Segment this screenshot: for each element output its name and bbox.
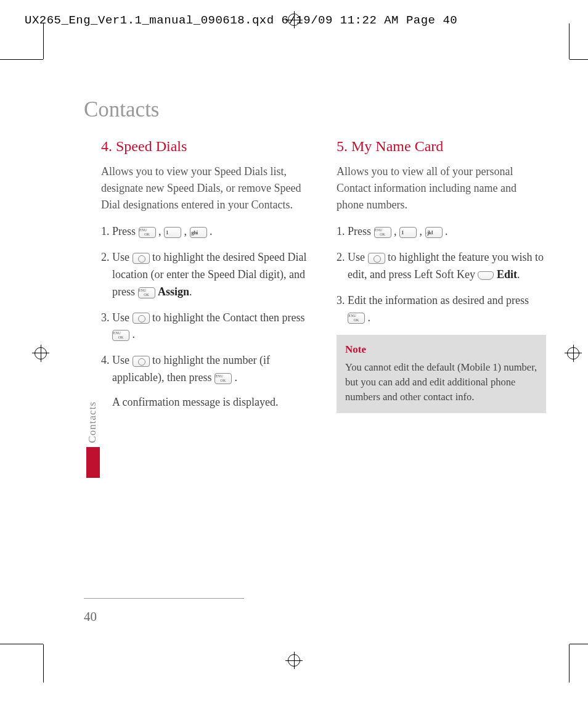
crop-mark xyxy=(43,644,44,683)
section-tab-label: Contacts xyxy=(86,401,99,443)
intro-text: Allows you to view all of your personal … xyxy=(337,163,546,213)
registration-mark-icon xyxy=(285,652,303,669)
step-3: 3. Edit the information as desired and p… xyxy=(337,292,546,327)
section-tab-bar xyxy=(86,447,100,478)
note-body: You cannot edit the default (Mobile 1) n… xyxy=(345,360,537,404)
print-header: UX265_Eng_Ver1.1_manual_090618.qxd 6/19/… xyxy=(25,14,457,27)
step-2: 2. Use to highlight the desired Speed Di… xyxy=(101,249,311,301)
page-title: Contacts xyxy=(84,97,159,122)
step-1: 1. Press , 1 , 5 jkl . xyxy=(337,223,546,240)
note-box: Note You cannot edit the default (Mobile… xyxy=(337,335,546,413)
crop-mark xyxy=(569,644,570,683)
crop-mark xyxy=(570,644,588,644)
menu-ok-key-icon xyxy=(139,227,156,238)
nav-key-icon xyxy=(368,253,385,264)
step-2: 2. Use to highlight the feature you wish… xyxy=(337,249,546,284)
section-heading-speed-dials: 4. Speed Dials xyxy=(101,138,311,155)
column-right: 5. My Name Card Allows you to view all o… xyxy=(337,138,546,420)
nav-key-icon xyxy=(133,356,150,367)
crop-mark xyxy=(570,59,588,60)
page-number: 40 xyxy=(84,609,97,625)
crop-mark xyxy=(0,644,43,644)
registration-mark-icon xyxy=(285,11,303,28)
nav-key-icon xyxy=(133,313,150,324)
section-heading-name-card: 5. My Name Card xyxy=(337,138,546,155)
intro-text: Allows you to view your Speed Dials list… xyxy=(101,163,311,213)
key-1-icon: 1 xyxy=(164,227,181,238)
key-1-icon: 1 xyxy=(399,227,417,238)
page: Contacts Contacts 4. Speed Dials Allows … xyxy=(43,59,570,644)
nav-key-icon xyxy=(133,253,150,264)
footer-rule xyxy=(84,598,244,599)
step-4: 4. Use to highlight the number (if appli… xyxy=(101,352,311,411)
section-tab: Contacts xyxy=(86,401,100,478)
crop-mark xyxy=(43,23,44,59)
note-heading: Note xyxy=(345,342,537,358)
menu-ok-key-icon xyxy=(214,373,232,384)
menu-ok-key-icon xyxy=(138,287,155,298)
column-left: 4. Speed Dials Allows you to view your S… xyxy=(101,138,311,420)
key-4-icon: 4 ghi xyxy=(190,227,207,238)
menu-ok-key-icon xyxy=(112,330,129,341)
step-1: 1. Press , 1 , 4 ghi . xyxy=(101,223,311,240)
crop-mark xyxy=(0,59,43,60)
menu-ok-key-icon xyxy=(374,227,391,238)
key-5-icon: 5 jkl xyxy=(425,227,443,238)
menu-ok-key-icon xyxy=(348,313,365,324)
left-soft-key-icon xyxy=(478,271,494,280)
step-3: 3. Use to highlight the Contact then pre… xyxy=(101,310,311,344)
crop-mark xyxy=(569,23,570,59)
confirmation-note: A confirmation message is displayed. xyxy=(112,394,311,411)
